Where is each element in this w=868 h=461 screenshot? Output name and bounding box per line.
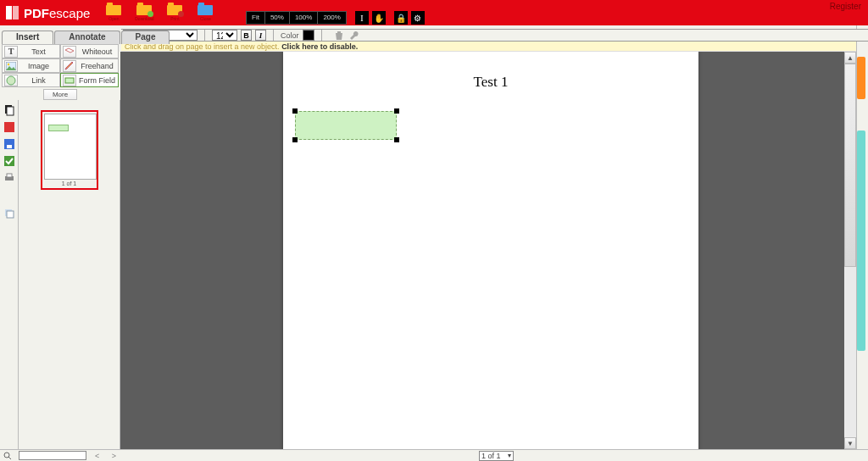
hand-pan-icon[interactable]: ✋	[372, 11, 386, 25]
svg-rect-8	[4, 122, 14, 132]
left-icon-strip	[0, 100, 19, 449]
app-logo: PDFescape	[5, 5, 90, 20]
tab-page[interactable]: Page	[121, 31, 170, 44]
vertical-scrollbar[interactable]: ▲ ▼	[844, 52, 856, 449]
view-toolbar: Fit 50% 100% 200% I ✋ 🔒 ⚙	[246, 10, 425, 25]
copy-icon[interactable]	[3, 207, 16, 220]
pdf-icon	[5, 5, 20, 20]
svg-rect-7	[7, 107, 14, 115]
zoom-50[interactable]: 50%	[265, 12, 290, 24]
close-button[interactable]: Close	[192, 3, 219, 23]
resize-handle-tr[interactable]	[394, 108, 399, 114]
lock-icon[interactable]: 🔒	[394, 11, 408, 25]
logo-text-bold: PDF	[24, 6, 49, 20]
text-cursor-icon[interactable]: I	[355, 11, 369, 25]
svg-rect-11	[4, 156, 14, 166]
save-icon[interactable]	[3, 137, 16, 151]
svg-rect-1	[13, 6, 19, 19]
printer-icon[interactable]	[3, 171, 16, 185]
svg-rect-5	[65, 78, 74, 83]
svg-rect-13	[7, 174, 12, 177]
resize-handle-bl[interactable]	[292, 137, 298, 142]
page-nav-buttons[interactable]: < >	[95, 452, 121, 460]
svg-line-17	[8, 457, 11, 459]
whiteout-icon	[63, 46, 76, 58]
tool-freehand[interactable]: Freehand	[60, 58, 119, 73]
more-button[interactable]: More	[43, 89, 77, 100]
tab-insert[interactable]: Insert	[2, 31, 53, 44]
print-button[interactable]: Print	[161, 3, 188, 23]
open-button[interactable]: Open	[100, 3, 127, 23]
wrench-icon[interactable]	[349, 31, 359, 41]
pages-icon[interactable]	[3, 103, 16, 117]
pdf-page[interactable]: Test 1	[283, 52, 698, 449]
selected-form-field[interactable]	[295, 111, 397, 140]
pencil-icon	[63, 60, 76, 72]
thumbnail-panel: 1 of 1	[19, 100, 120, 449]
page-select[interactable]: 1 of 1	[479, 451, 514, 461]
document-viewport[interactable]: Test 1 ▲ ▼	[120, 52, 856, 449]
font-size-select[interactable]: 12	[212, 30, 237, 41]
search-input[interactable]	[19, 451, 86, 460]
file-icon-row: Open Download Print Close	[100, 3, 219, 23]
status-bar: < > 1 of 1	[0, 449, 868, 461]
tool-whiteout[interactable]: Whiteout	[60, 44, 119, 58]
right-side-strip	[856, 25, 868, 449]
svg-point-3	[8, 63, 9, 64]
image-icon	[4, 60, 18, 72]
side-tab-teal[interactable]	[857, 131, 865, 351]
tool-form-field[interactable]: Form Field	[60, 73, 119, 87]
globe-icon	[4, 75, 18, 86]
tab-annotate[interactable]: Annotate	[54, 31, 120, 44]
page-thumbnail-1[interactable]: 1 of 1	[41, 110, 98, 190]
color-label: Color	[281, 31, 299, 40]
format-toolbar: Arial 12 B I Color	[121, 29, 868, 42]
side-tab-orange[interactable]	[857, 57, 865, 99]
check-icon[interactable]	[3, 154, 16, 168]
bold-button[interactable]: B	[241, 30, 252, 41]
gear-icon[interactable]: ⚙	[411, 11, 425, 25]
search-icon[interactable]	[3, 452, 12, 460]
zoom-fit[interactable]: Fit	[247, 12, 265, 24]
scroll-thumb[interactable]	[844, 64, 856, 267]
hint-disable-link[interactable]: Click here to disable.	[281, 42, 358, 51]
resize-handle-tl[interactable]	[292, 108, 298, 114]
form-field-icon	[63, 75, 76, 86]
zoom-100[interactable]: 100%	[290, 12, 318, 24]
tool-image[interactable]: Image	[2, 58, 60, 73]
hint-bar[interactable]: Click and drag on page to insert a new o…	[121, 42, 856, 52]
register-link[interactable]: Register	[830, 2, 861, 11]
logo-text: escape	[49, 6, 90, 20]
zoom-group: Fit 50% 100% 200%	[246, 11, 347, 25]
zoom-200[interactable]: 200%	[318, 12, 345, 24]
svg-point-4	[7, 76, 15, 85]
italic-button[interactable]: I	[255, 30, 266, 41]
warning-icon[interactable]	[3, 120, 16, 134]
text-icon: T	[4, 46, 18, 58]
thumbnail-caption: 1 of 1	[44, 181, 95, 186]
svg-rect-0	[6, 6, 12, 19]
color-swatch[interactable]	[303, 30, 314, 41]
tool-link[interactable]: Link	[2, 73, 60, 87]
tool-text[interactable]: TText	[2, 44, 60, 58]
download-button[interactable]: Download	[131, 3, 158, 23]
insert-tool-panel: TText Whiteout Image Freehand Link Form …	[2, 44, 119, 102]
app-header: PDFescape Open Download Print Close Regi…	[0, 0, 868, 25]
svg-rect-10	[7, 145, 12, 148]
trash-icon[interactable]	[334, 31, 344, 41]
resize-handle-br[interactable]	[394, 137, 399, 142]
svg-rect-15	[7, 211, 14, 218]
mode-tabs: Insert Annotate Page	[2, 31, 170, 44]
scroll-up-button[interactable]: ▲	[844, 52, 856, 64]
scroll-down-button[interactable]: ▼	[844, 437, 856, 449]
page-title: Test 1	[283, 74, 698, 91]
